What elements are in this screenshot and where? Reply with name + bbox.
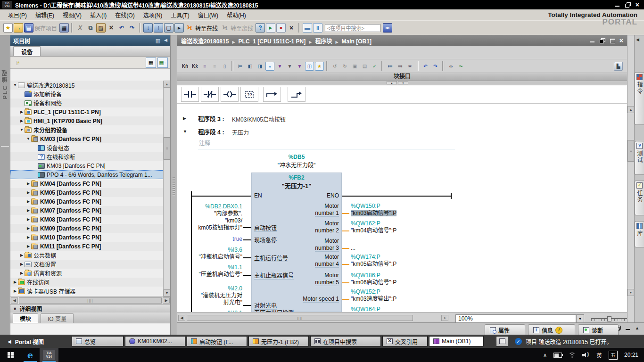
tree-expander-icon[interactable]: ▶ [19,110,25,114]
window-minimize-button[interactable] [615,2,620,7]
find-in-project-icon[interactable]: ∞ [383,23,392,33]
check-consistency-icon[interactable]: ✓ [370,62,379,71]
fb-db-name[interactable]: "冲水无压力段" [251,161,342,169]
project-search-input[interactable]: <在项目中搜索> [325,24,380,32]
edge-taskbar-button[interactable]: e [21,348,40,362]
save-project-icon[interactable]: ▤ [24,23,33,33]
cut-icon[interactable]: X [75,23,85,33]
fb-input-operand[interactable]: %I3.6 [182,247,242,254]
start-button[interactable] [0,348,21,362]
tree-item[interactable]: ▶公共数据 [10,251,170,260]
tree-item[interactable]: 在线和诊断 [10,152,170,161]
close-branch-icon[interactable] [288,87,305,102]
tree-expander-icon[interactable]: ▶ [19,262,25,266]
fb-output-pin[interactable]: Motor [278,272,339,279]
zoom-slider-knob[interactable] [607,316,611,321]
right-rail-tab-testing[interactable]: 测试 [635,141,644,175]
task-button-3[interactable]: 启动按钮 (F... [187,336,247,346]
tree-vertical-scrollbar[interactable]: ▲ ≡ ▼ [163,81,170,296]
block-interface-bar[interactable]: 块接口 [177,73,627,81]
tree-item[interactable]: ▶KM08 [Danfoss FC PN] [10,215,170,224]
tree-item[interactable]: ▶在线访问 [10,278,170,287]
task-button-1[interactable]: 总览 [72,336,124,346]
editor-maximize-icon[interactable] [610,38,615,43]
fb-input-operand[interactable]: "灌装机无压力对 [182,292,242,299]
menu-item-3[interactable]: 视图(V) [58,9,86,20]
tree-expander-icon[interactable]: ▶ [25,217,31,222]
go-offline-icon[interactable]: Ϟ [220,23,230,33]
tree-hscroll-thumb[interactable]: |||| [19,297,162,304]
network4-title[interactable]: 无压力 [232,128,249,136]
jump-left-icon[interactable]: ≔ [386,62,395,71]
ime-language-indicator[interactable]: 英 [596,351,602,359]
menu-item-6[interactable]: 选项(N) [139,9,167,20]
breadcrumb-item[interactable]: Main [OB1] [342,38,372,45]
tree-item[interactable]: ▶文档设置 [10,260,170,269]
fb-output-operand[interactable]: "km04启动信号":P [351,227,396,234]
tree-expander-icon[interactable]: ▶ [25,226,31,230]
tree-item[interactable]: ▶KM07 [Danfoss FC PN] [10,206,170,215]
tree-item[interactable]: ▶PLC_1 [CPU 1511C-1 PN] [10,107,170,116]
inspector-tab-info[interactable]: 信息i [528,324,575,335]
contact-no-icon[interactable] [181,87,199,102]
portal-view-button[interactable]: ◀ Portal 视图 [3,337,49,346]
panel-splitter[interactable] [171,35,177,335]
fb-output-address[interactable]: %QW162:P [351,220,380,227]
tree-item[interactable]: 设备组态 [10,143,170,152]
undo-net-icon[interactable]: ↺ [330,62,339,71]
fb-output-pin[interactable]: number 3 [278,245,339,251]
tree-item[interactable]: ▶KM06 [Danfoss FC PN] [10,197,170,206]
insert-row-icon[interactable]: ≡ [200,62,209,71]
fb-output-pin[interactable]: number 4 [278,261,339,267]
network4-expander-icon[interactable]: ▼ [183,129,187,134]
start-cpu-icon[interactable]: ▶ [266,23,275,33]
download-to-device-icon[interactable]: ↓ [143,23,153,33]
fb-output-pin[interactable]: number 2 [278,227,339,234]
interface-person-icon[interactable]: ▙ [614,62,623,71]
volume-icon[interactable]: )) [582,353,590,358]
tia-taskbar-button[interactable]: TIAV14 [40,348,58,362]
menu-item-8[interactable]: 窗口(W) [194,9,223,20]
editor-minimize-icon[interactable] [590,38,595,43]
fb-output-pin[interactable]: number 1 [278,210,339,216]
menu-item-4[interactable]: 插入(I) [86,9,111,20]
collapse-networks-icon[interactable]: ◧ [246,62,255,71]
stop-runtime-icon[interactable]: ▶ [174,23,184,33]
tree-scroll-up-button[interactable]: ▲ [164,81,170,88]
tree-expander-icon[interactable]: ▶ [19,253,25,257]
editor-restore-icon[interactable] [600,38,605,43]
go-online-icon[interactable]: Ϟ [185,23,194,33]
canvas-hscroll-thumb[interactable]: |||| [187,315,413,321]
fb-output-operand[interactable]: "km03启动信号":P [351,210,396,217]
right-rail-tab-libraries[interactable]: 库 [635,221,644,247]
tree-item[interactable]: ▼输送改造20180815 [10,81,170,90]
network3-expander-icon[interactable]: ▶ [183,116,186,121]
task-button-2[interactable]: KM01KM02... [125,336,185,346]
tree-expander-icon[interactable]: ▶ [19,119,25,123]
save-project-label[interactable]: 保存项目 [34,24,57,32]
fb-input-pin[interactable]: 无压力出口检测 [254,308,294,312]
fb-output-pin[interactable]: Motor [278,220,339,227]
task-button-5[interactable]: 在项目中搜索 [310,336,381,346]
fb-input-operand[interactable]: km05按钮指示灯" [182,224,242,231]
tree-scroll-left-button[interactable]: ◀ [11,297,18,304]
insert-multi-icon[interactable]: ▼ [285,62,294,71]
en-pin[interactable]: EN [254,192,262,199]
add-item-icon[interactable]: ▯★ [13,58,23,68]
fb-input-operand[interactable]: %I2.0 [182,285,242,292]
expand-view-icon[interactable]: ▦→ [157,58,168,68]
right-rail-collapse-icon[interactable]: ◀ [636,37,639,42]
paste-icon[interactable]: ▨ [96,23,106,33]
task-button-6[interactable]: 交叉引用 [382,336,428,346]
auto-collapse-icon[interactable]: ▥ [156,38,160,44]
wifi-icon[interactable] [569,353,576,358]
copy-icon[interactable]: ⧉ [86,23,95,33]
window-close-button[interactable]: × [636,2,639,7]
battery-icon[interactable] [553,353,562,358]
tree-item[interactable]: ▶KM09 [Danfoss FC PN] [10,224,170,233]
interface-expand-down-button[interactable]: ▼ [398,81,408,84]
sort-view-icon[interactable]: ▦ [146,58,156,68]
window-restore-button[interactable] [625,2,631,7]
fb-db-address[interactable]: %DB5 [251,154,342,160]
tree-item[interactable]: 设备和网络 [10,99,170,107]
